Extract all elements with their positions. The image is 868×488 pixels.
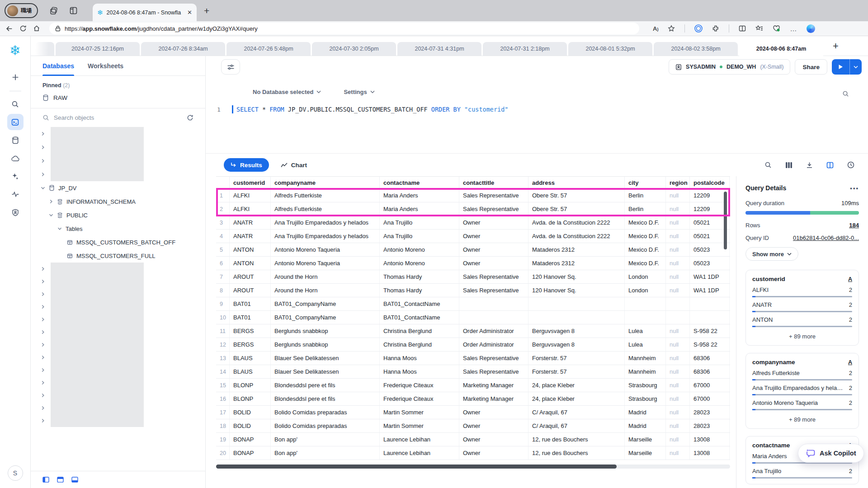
ask-copilot-button[interactable]: Ask Copilot [798, 444, 864, 463]
refresh-icon[interactable] [19, 25, 27, 32]
tree-item-redacted[interactable] [31, 141, 205, 154]
chevron-right-icon[interactable] [49, 199, 53, 204]
run-button[interactable] [832, 59, 862, 75]
split-screen-icon[interactable] [739, 25, 746, 32]
chart-tab[interactable]: Chart [281, 162, 307, 169]
vertical-scrollbar[interactable] [724, 192, 727, 249]
stat-item[interactable]: ALFKI2 [752, 286, 852, 297]
activity-nav-icon[interactable] [7, 186, 24, 202]
browser-essentials-icon[interactable] [773, 25, 780, 32]
sql-line-1[interactable]: 1 SELECT * FROM JP_DV.PUBLIC.MSSQL_CUSTO… [206, 105, 868, 113]
lock-icon[interactable] [55, 25, 61, 32]
column-header[interactable]: companyname [271, 177, 380, 188]
database-selector-dropdown[interactable]: No Database selected [253, 89, 321, 95]
tree-item-redacted[interactable] [31, 154, 205, 168]
chevron-right-icon[interactable] [41, 393, 45, 398]
user-avatar[interactable]: S [8, 465, 23, 481]
chevron-right-icon[interactable] [41, 330, 45, 334]
favorites-bar-icon[interactable] [755, 25, 763, 32]
tree-item-redacted[interactable] [31, 326, 205, 338]
column-header[interactable]: city [625, 177, 666, 188]
table-row[interactable]: 17BOLIDBolido Comidas preparadasMartin S… [216, 406, 730, 419]
table-row[interactable]: 3ANATRAna Trujillo Emparedados y helados… [216, 216, 730, 230]
table-row[interactable]: 1ALFKIAlfreds FutterkisteMaria AndersSal… [216, 189, 730, 202]
table-row[interactable]: 8AROUTAround the HornThomas HardySales R… [216, 284, 730, 297]
tree-item-redacted[interactable] [31, 376, 205, 389]
snowflake-logo-icon[interactable]: ❄ [9, 42, 21, 58]
column-header[interactable]: customerid [230, 177, 271, 188]
panel-bottom-toggle-icon[interactable] [71, 477, 78, 483]
query-details-menu-icon[interactable]: ••• [850, 185, 859, 192]
browser-copilot-icon[interactable] [807, 24, 815, 33]
worksheet-options-icon[interactable] [221, 59, 240, 75]
more-values-link[interactable]: + 89 more [752, 416, 852, 423]
url-field[interactable]: https://app.snowflake.com/jugdhon/cdata_… [49, 23, 639, 34]
column-header[interactable]: contactname [380, 177, 459, 188]
table-row[interactable]: 12BERGSBerglunds snabbkopChristina Bergl… [216, 338, 730, 352]
more-values-link[interactable]: + 89 more [752, 333, 852, 340]
tree-item-redacted[interactable] [31, 338, 205, 351]
pinned-item-raw[interactable]: RAW [31, 89, 205, 108]
tree-item-redacted[interactable] [31, 168, 205, 181]
browser-tab[interactable]: ❄ 2024-08-06 8:47am - Snowfla ✕ [93, 4, 197, 21]
worksheet-tab-partial[interactable] [35, 42, 54, 56]
chevron-right-icon[interactable] [41, 418, 45, 423]
home-icon[interactable] [33, 25, 40, 32]
table-row[interactable]: 11BERGSBerglunds snabbkopChristina Bergl… [216, 324, 730, 338]
tree-item-redacted[interactable] [31, 364, 205, 376]
table-row[interactable]: 6ANTONAntonio Moreno TaqueriaAntonio Mor… [216, 257, 730, 270]
stat-item[interactable]: Antonio Moreno Taqueria2 [752, 399, 852, 410]
panel-top-toggle-icon[interactable] [57, 477, 64, 483]
refresh-objects-icon[interactable] [187, 114, 193, 121]
settings-dropdown[interactable]: Settings [344, 89, 374, 95]
new-worksheet-icon[interactable] [7, 69, 24, 85]
stat-item[interactable]: Ana Trujillo2 [752, 468, 852, 479]
tab-databases[interactable]: Databases [42, 56, 74, 75]
worksheet-tab[interactable]: 2024-08-06 8:47am [739, 42, 823, 56]
results-table[interactable]: customeridcompanynamecontactnamecontactt… [216, 176, 730, 460]
tree-item-redacted[interactable] [31, 313, 205, 326]
tree-item-redacted[interactable] [31, 402, 205, 414]
onepassword-icon[interactable] [694, 24, 703, 33]
data-cloud-nav-icon[interactable] [7, 150, 24, 166]
chevron-right-icon[interactable] [41, 355, 45, 360]
history-clock-icon[interactable] [847, 161, 854, 169]
worksheets-nav-icon[interactable] [7, 114, 24, 130]
chevron-right-icon[interactable] [41, 279, 45, 284]
context-selector[interactable]: SYSADMIN DEMO_WH (X-Small) [669, 59, 790, 75]
tree-item-redacted[interactable] [31, 263, 205, 275]
worksheet-tab[interactable]: 2024-08-02 3:58pm [654, 42, 738, 56]
column-header[interactable]: region [666, 177, 690, 188]
table-row[interactable]: 9BAT01BAT01_CompanyNameBAT01_ContactName [216, 297, 730, 311]
table-row[interactable]: 5ANTONAntonio Moreno TaqueriaAntonio Mor… [216, 243, 730, 257]
tree-item-table-batch-off[interactable]: MSSQL_CUSTOMERS_BATCH_OFF [31, 235, 205, 249]
worksheet-tab[interactable]: 2024-07-25 12:16pm [56, 42, 140, 56]
table-row[interactable]: 16BLONPBlondesddsl pere et filsFrederiqu… [216, 392, 730, 406]
stat-item[interactable]: Ana Trujillo Emparedados y helad...2 [752, 385, 852, 395]
search-objects-input[interactable]: Search objects [31, 108, 205, 127]
rows-count-link[interactable]: 184 [849, 222, 859, 229]
chevron-right-icon[interactable] [41, 406, 45, 410]
chevron-right-icon[interactable] [41, 172, 45, 177]
tree-item-redacted[interactable] [31, 389, 205, 402]
chevron-right-icon[interactable] [41, 343, 45, 347]
show-more-button[interactable]: Show more [745, 247, 798, 261]
table-row[interactable]: 4ANATRAna Trujillo Emparedados y helados… [216, 230, 730, 243]
sql-editor[interactable]: No Database selected Settings 1 [206, 78, 868, 154]
chevron-down-icon[interactable] [49, 213, 53, 217]
tree-item-redacted[interactable] [31, 127, 205, 141]
worksheet-tab[interactable]: 2024-08-01 5:32pm [568, 42, 652, 56]
worksheet-tab[interactable]: 2024-07-26 5:48pm [226, 42, 311, 56]
play-icon[interactable] [832, 59, 850, 75]
admin-nav-icon[interactable] [7, 204, 24, 221]
chevron-right-icon[interactable] [41, 368, 45, 372]
column-header[interactable]: postalcode [690, 177, 730, 188]
tree-item-table-full[interactable]: MSSQL_CUSTOMERS_FULL [31, 249, 205, 263]
columns-icon[interactable] [785, 162, 793, 169]
chevron-down-icon[interactable] [57, 226, 62, 231]
chevron-down-icon[interactable] [41, 186, 45, 190]
tree-item-redacted[interactable] [31, 414, 205, 427]
databases-nav-icon[interactable] [7, 132, 24, 148]
chevron-right-icon[interactable] [41, 292, 45, 296]
stat-item[interactable]: ANATR2 [752, 301, 852, 312]
